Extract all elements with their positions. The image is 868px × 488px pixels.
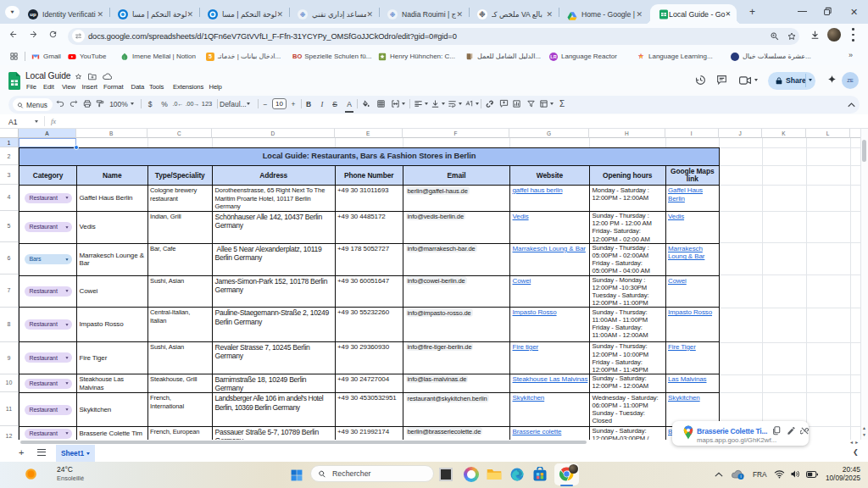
svg-text:i: i (740, 474, 741, 479)
